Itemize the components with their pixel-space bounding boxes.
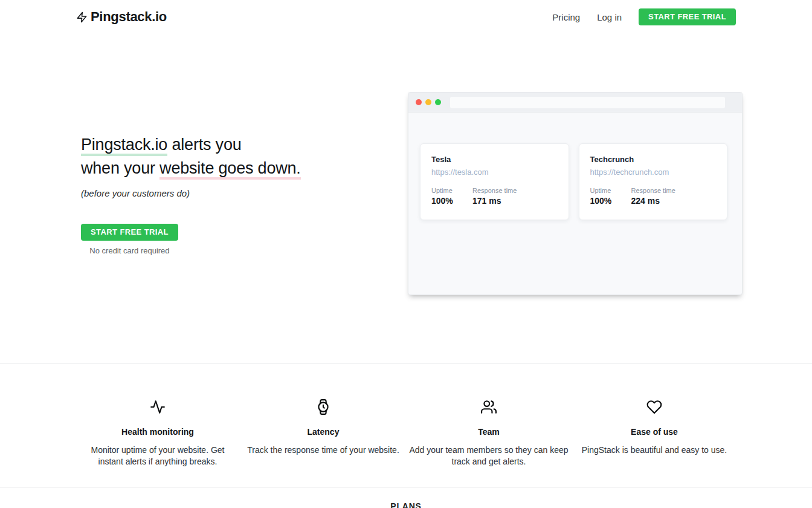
no-credit-card-note: No credit card required xyxy=(89,246,169,255)
response-time-label: Response time xyxy=(631,187,675,194)
feature-description: PingStack is beautiful and easy to use. xyxy=(574,444,735,456)
hero-heading-highlight-pink: website goes down. xyxy=(160,159,301,180)
monitor-stats: Uptime 100% Response time 224 ms xyxy=(590,187,717,206)
header: Pingstack.io Pricing Log in START FREE T… xyxy=(0,0,812,34)
nav-login-link[interactable]: Log in xyxy=(597,12,622,22)
response-time-stat: Response time 224 ms xyxy=(631,187,675,206)
hero-heading-text: alerts you xyxy=(167,135,241,154)
hero-heading-highlight-green: Pingstack.io xyxy=(81,135,167,156)
hero-heading: Pingstack.io alerts youwhen your website… xyxy=(81,133,371,180)
feature-title: Latency xyxy=(243,427,404,437)
hero-cta-group: START FREE TRIAL No credit card required xyxy=(81,224,178,255)
hero-heading-line2: when your xyxy=(81,159,160,177)
monitor-name: Tesla xyxy=(431,155,558,164)
brand-logo[interactable]: Pingstack.io xyxy=(76,9,167,25)
browser-content: Tesla https://tesla.com Uptime 100% Resp… xyxy=(408,112,742,220)
feature-latency: Latency Track the response time of your … xyxy=(240,399,406,467)
hero-subtext: (before your customers do) xyxy=(81,188,371,198)
nav-pricing-link[interactable]: Pricing xyxy=(552,12,580,22)
activity-icon xyxy=(77,399,238,415)
monitor-card-techcrunch: Techcrunch https://techcrunch.com Uptime… xyxy=(579,143,728,220)
main-nav: Pricing Log in START FREE TRIAL xyxy=(552,8,736,25)
monitor-url: https://techcrunch.com xyxy=(590,168,717,177)
heart-icon xyxy=(574,399,735,415)
section-divider xyxy=(0,363,812,363)
feature-description: Monitor uptime of your website. Get inst… xyxy=(77,444,238,467)
monitor-card-tesla: Tesla https://tesla.com Uptime 100% Resp… xyxy=(420,143,569,220)
hero-section: Pingstack.io alerts youwhen your website… xyxy=(81,133,371,255)
uptime-label: Uptime xyxy=(431,187,472,194)
uptime-stat: Uptime 100% xyxy=(590,187,631,206)
feature-title: Health monitoring xyxy=(77,427,238,437)
brand-name: Pingstack.io xyxy=(91,9,167,25)
features-section: Health monitoring Monitor uptime of your… xyxy=(75,399,737,467)
traffic-light-red-icon xyxy=(416,99,422,105)
hero-start-free-trial-button[interactable]: START FREE TRIAL xyxy=(81,224,178,241)
response-time-value: 171 ms xyxy=(472,196,517,206)
feature-team: Team Add your team members so they can k… xyxy=(406,399,572,467)
feature-title: Ease of use xyxy=(574,427,735,437)
url-bar xyxy=(450,97,725,108)
response-time-stat: Response time 171 ms xyxy=(472,187,517,206)
feature-title: Team xyxy=(408,427,569,437)
section-divider xyxy=(0,487,812,487)
nav-start-free-trial-button[interactable]: START FREE TRIAL xyxy=(639,8,736,25)
users-icon xyxy=(408,399,569,415)
watch-icon xyxy=(243,399,404,415)
response-time-value: 224 ms xyxy=(631,196,675,206)
feature-ease-of-use: Ease of use PingStack is beautiful and e… xyxy=(572,399,737,467)
feature-description: Add your team members so they can keep t… xyxy=(408,444,569,467)
uptime-value: 100% xyxy=(431,196,472,206)
uptime-stat: Uptime 100% xyxy=(431,187,472,206)
landing-page: Pingstack.io Pricing Log in START FREE T… xyxy=(0,0,812,508)
traffic-light-green-icon xyxy=(435,99,441,105)
monitor-name: Techcrunch xyxy=(590,155,717,164)
zap-icon xyxy=(76,11,88,23)
browser-title-bar xyxy=(408,93,742,112)
traffic-light-yellow-icon xyxy=(425,99,431,105)
plans-section-label: PLANS xyxy=(0,501,812,508)
feature-description: Track the response time of your website. xyxy=(243,444,404,456)
monitor-url: https://tesla.com xyxy=(431,168,558,177)
response-time-label: Response time xyxy=(472,187,517,194)
monitor-stats: Uptime 100% Response time 171 ms xyxy=(431,187,558,206)
feature-health-monitoring: Health monitoring Monitor uptime of your… xyxy=(75,399,240,467)
uptime-value: 100% xyxy=(590,196,631,206)
browser-mockup: Tesla https://tesla.com Uptime 100% Resp… xyxy=(408,92,743,295)
uptime-label: Uptime xyxy=(590,187,631,194)
